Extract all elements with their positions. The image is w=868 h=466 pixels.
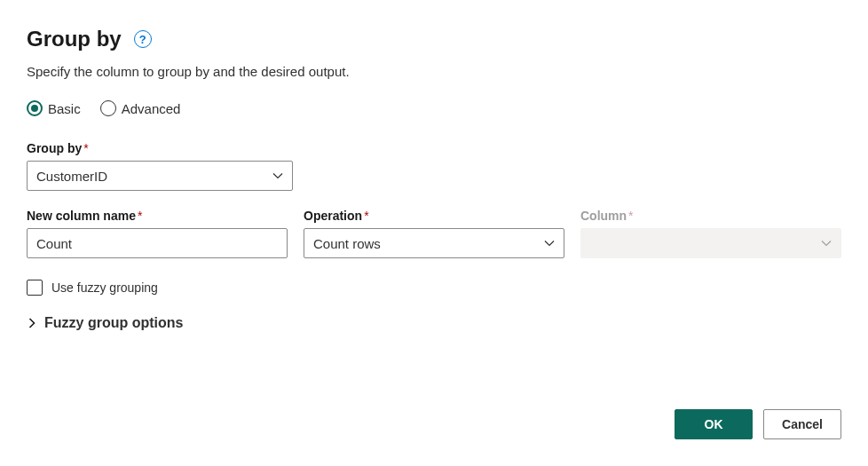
chevron-right-icon bbox=[27, 318, 37, 328]
checkbox-icon bbox=[27, 280, 43, 296]
chevron-down-icon bbox=[821, 238, 832, 249]
radio-basic[interactable]: Basic bbox=[27, 100, 81, 116]
column-label: Column* bbox=[580, 209, 841, 223]
help-icon[interactable]: ? bbox=[134, 30, 152, 48]
group-by-select[interactable]: CustomerID bbox=[27, 161, 293, 191]
column-select bbox=[580, 228, 841, 258]
radio-basic-label: Basic bbox=[48, 101, 81, 116]
mode-radio-group: Basic Advanced bbox=[27, 100, 841, 116]
fuzzy-options-label: Fuzzy group options bbox=[44, 315, 183, 331]
radio-icon bbox=[100, 100, 116, 116]
operation-select[interactable]: Count rows bbox=[304, 228, 564, 258]
fuzzy-checkbox-label: Use fuzzy grouping bbox=[51, 280, 158, 295]
chevron-down-icon bbox=[272, 170, 283, 181]
ok-button[interactable]: OK bbox=[675, 409, 753, 439]
operation-value: Count rows bbox=[313, 236, 381, 251]
radio-icon bbox=[27, 100, 43, 116]
new-column-input[interactable]: Count bbox=[27, 228, 288, 258]
cancel-button[interactable]: Cancel bbox=[763, 409, 841, 439]
new-column-value: Count bbox=[36, 236, 72, 251]
page-title: Group by bbox=[27, 27, 122, 51]
fuzzy-options-expander[interactable]: Fuzzy group options bbox=[27, 315, 841, 331]
dialog-footer: OK Cancel bbox=[675, 409, 841, 439]
page-subtitle: Specify the column to group by and the d… bbox=[27, 64, 841, 79]
new-column-label: New column name* bbox=[27, 209, 288, 223]
group-by-label: Group by* bbox=[27, 141, 841, 155]
radio-advanced-label: Advanced bbox=[122, 101, 181, 116]
radio-advanced[interactable]: Advanced bbox=[100, 100, 181, 116]
fuzzy-checkbox[interactable]: Use fuzzy grouping bbox=[27, 280, 841, 296]
operation-label: Operation* bbox=[304, 209, 564, 223]
chevron-down-icon bbox=[544, 238, 555, 249]
group-by-value: CustomerID bbox=[36, 169, 107, 184]
